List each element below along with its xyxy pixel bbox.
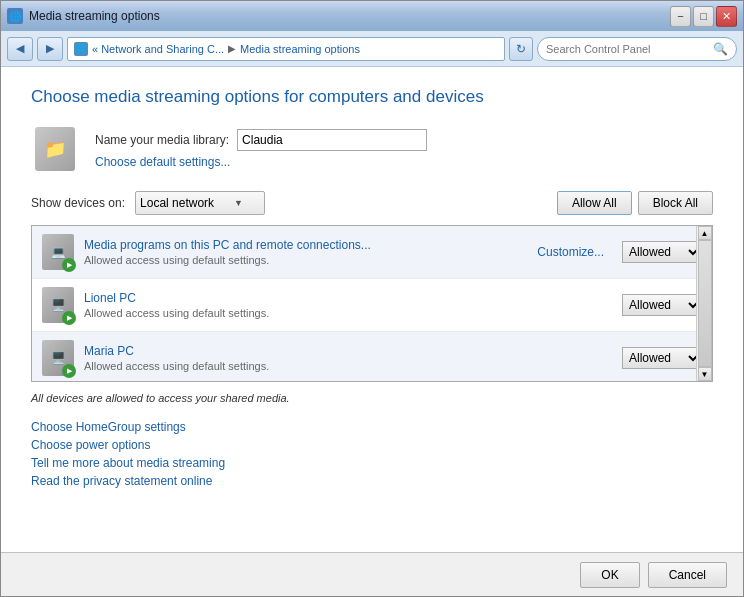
library-label-group: Name your media library: Choose default … [95, 129, 427, 169]
window-icon: 🌐 [7, 8, 23, 24]
cancel-button[interactable]: Cancel [648, 562, 727, 588]
device-name-2[interactable]: Maria PC [84, 344, 134, 358]
breadcrumb[interactable]: 🌐 « Network and Sharing C... ▶ Media str… [67, 37, 505, 61]
scrollbar[interactable]: ▲ ▼ [696, 226, 712, 381]
device-name-1[interactable]: Lionel PC [84, 291, 136, 305]
status-select-2[interactable]: Allowed Blocked [622, 347, 702, 369]
device-icon: 💻 ▶ [42, 234, 74, 270]
device-sub-0: Allowed access using default settings. [84, 254, 527, 266]
forward-button[interactable]: ▶ [37, 37, 63, 61]
main-window: 🌐 Media streaming options − □ ✕ ◀ ▶ 🌐 « … [0, 0, 744, 597]
bottom-bar: OK Cancel [1, 552, 743, 596]
device-sub-1: Allowed access using default settings. [84, 307, 612, 319]
scrollbar-thumb[interactable] [698, 240, 712, 367]
device-info: Lionel PC Allowed access using default s… [84, 291, 612, 319]
status-select-0[interactable]: Allowed Blocked [622, 241, 702, 263]
device-sub-2: Allowed access using default settings. [84, 360, 612, 372]
table-row: 🖥️ ▶ Lionel PC Allowed access using defa… [32, 279, 712, 332]
breadcrumb-separator: ▶ [228, 43, 236, 54]
breadcrumb-current: Media streaming options [240, 43, 360, 55]
default-settings-link[interactable]: Choose default settings... [95, 155, 427, 169]
status-dropdown-2: Allowed Blocked [622, 347, 702, 369]
status-dropdown-0: Allowed Blocked [622, 241, 702, 263]
device-name-0[interactable]: Media programs on this PC and remote con… [84, 238, 371, 252]
action-buttons: Allow All Block All [557, 191, 713, 215]
breadcrumb-icon: 🌐 [74, 42, 88, 56]
scrollbar-up[interactable]: ▲ [698, 226, 712, 240]
library-icon-inner: 📁 [35, 127, 75, 171]
play-badge-icon: ▶ [62, 311, 76, 325]
homegroup-settings-link[interactable]: Choose HomeGroup settings [31, 420, 713, 434]
media-streaming-link[interactable]: Tell me more about media streaming [31, 456, 713, 470]
media-library-row: 📁 Name your media library: Choose defaul… [31, 125, 713, 173]
search-input[interactable] [546, 43, 709, 55]
allow-all-button[interactable]: Allow All [557, 191, 632, 215]
status-select-1[interactable]: Allowed Blocked [622, 294, 702, 316]
title-bar: 🌐 Media streaming options − □ ✕ [1, 1, 743, 31]
back-button[interactable]: ◀ [7, 37, 33, 61]
privacy-statement-link[interactable]: Read the privacy statement online [31, 474, 713, 488]
search-box: 🔍 [537, 37, 737, 61]
library-label: Name your media library: [95, 133, 229, 147]
network-dropdown[interactable]: Local network ▼ [135, 191, 265, 215]
info-text: All devices are allowed to access your s… [31, 392, 713, 404]
device-list-inner: 💻 ▶ Media programs on this PC and remote… [32, 226, 712, 381]
play-badge-icon: ▶ [62, 258, 76, 272]
ok-button[interactable]: OK [580, 562, 639, 588]
device-icon: 🖥️ ▶ [42, 287, 74, 323]
refresh-button[interactable]: ↻ [509, 37, 533, 61]
library-label-row: Name your media library: [95, 129, 427, 151]
address-bar: ◀ ▶ 🌐 « Network and Sharing C... ▶ Media… [1, 31, 743, 67]
window-title: Media streaming options [29, 9, 160, 23]
power-options-link[interactable]: Choose power options [31, 438, 713, 452]
search-icon: 🔍 [713, 42, 728, 56]
page-title: Choose media streaming options for compu… [31, 87, 713, 107]
maximize-button[interactable]: □ [693, 6, 714, 27]
links-section: Choose HomeGroup settings Choose power o… [31, 420, 713, 488]
block-all-button[interactable]: Block All [638, 191, 713, 215]
device-info: Media programs on this PC and remote con… [84, 238, 527, 266]
table-row: 🖥️ ▶ Maria PC Allowed access using defau… [32, 332, 712, 381]
device-list: 💻 ▶ Media programs on this PC and remote… [31, 225, 713, 382]
library-icon: 📁 [31, 125, 79, 173]
scrollbar-down[interactable]: ▼ [698, 367, 712, 381]
device-icon: 🖥️ ▶ [42, 340, 74, 376]
breadcrumb-root[interactable]: « Network and Sharing C... [92, 43, 224, 55]
close-button[interactable]: ✕ [716, 6, 737, 27]
main-content: Choose media streaming options for compu… [1, 67, 743, 552]
table-row: 💻 ▶ Media programs on this PC and remote… [32, 226, 712, 279]
show-devices-row: Show devices on: Local network ▼ Allow A… [31, 191, 713, 215]
device-info: Maria PC Allowed access using default se… [84, 344, 612, 372]
library-name-input[interactable] [237, 129, 427, 151]
play-badge-icon: ▶ [62, 364, 76, 378]
show-label: Show devices on: [31, 196, 125, 210]
title-bar-left: 🌐 Media streaming options [7, 8, 160, 24]
dropdown-arrow-icon: ▼ [234, 198, 243, 208]
network-value: Local network [140, 196, 214, 210]
customize-link-0[interactable]: Customize... [537, 245, 604, 259]
minimize-button[interactable]: − [670, 6, 691, 27]
status-dropdown-1: Allowed Blocked [622, 294, 702, 316]
title-bar-controls: − □ ✕ [670, 6, 737, 27]
